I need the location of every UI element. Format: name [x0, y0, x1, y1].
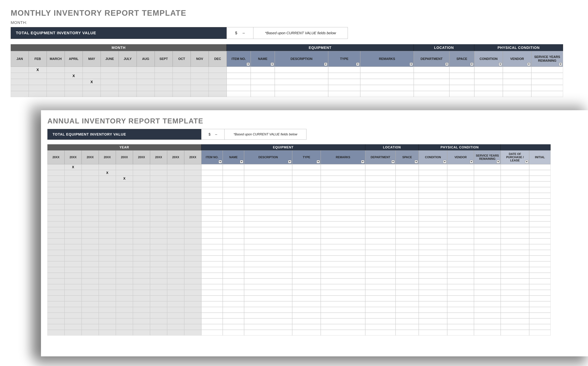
- data-cell[interactable]: [396, 238, 419, 244]
- data-cell[interactable]: [365, 290, 396, 296]
- year-cell[interactable]: [133, 238, 150, 244]
- year-cell[interactable]: [167, 301, 184, 307]
- data-cell[interactable]: [201, 324, 223, 330]
- col-header-vendor[interactable]: VENDOR: [447, 150, 474, 164]
- data-cell[interactable]: [396, 290, 419, 296]
- year-cell[interactable]: [82, 227, 99, 233]
- data-cell[interactable]: [223, 278, 244, 284]
- data-cell[interactable]: [529, 250, 551, 256]
- data-cell[interactable]: [227, 91, 251, 97]
- data-cell[interactable]: [419, 273, 447, 278]
- data-cell[interactable]: [447, 170, 474, 176]
- data-cell[interactable]: [414, 67, 449, 73]
- col-header-item[interactable]: ITEM NO.: [227, 51, 251, 67]
- data-cell[interactable]: [396, 273, 419, 278]
- data-cell[interactable]: [447, 193, 474, 198]
- year-cell[interactable]: [167, 324, 184, 330]
- month-cell[interactable]: [173, 91, 191, 97]
- data-cell[interactable]: [292, 210, 321, 216]
- year-cell[interactable]: [65, 250, 82, 256]
- data-cell[interactable]: [396, 187, 419, 193]
- data-cell[interactable]: [419, 238, 447, 244]
- month-cell[interactable]: X: [83, 79, 101, 85]
- year-cell[interactable]: [65, 278, 82, 284]
- year-cell[interactable]: [167, 227, 184, 233]
- data-cell[interactable]: [365, 233, 396, 238]
- year-cell[interactable]: [150, 318, 167, 324]
- data-cell[interactable]: [474, 227, 501, 233]
- year-cell[interactable]: [47, 170, 65, 176]
- year-cell[interactable]: [116, 273, 133, 278]
- data-cell[interactable]: [321, 164, 365, 170]
- data-cell[interactable]: [365, 216, 396, 221]
- year-cell[interactable]: [167, 221, 184, 227]
- data-cell[interactable]: [447, 216, 474, 221]
- data-cell[interactable]: [501, 261, 529, 267]
- year-cell[interactable]: [99, 227, 116, 233]
- data-cell[interactable]: [474, 193, 501, 198]
- year-cell[interactable]: [116, 170, 133, 176]
- col-header-vendor[interactable]: VENDOR: [503, 51, 531, 67]
- month-cell[interactable]: [119, 67, 137, 73]
- data-cell[interactable]: [531, 73, 563, 79]
- data-cell[interactable]: [365, 181, 396, 187]
- data-cell[interactable]: [531, 67, 563, 73]
- month-cell[interactable]: [173, 73, 191, 79]
- col-header-date[interactable]: DATE OF PURCHASE / LEASE: [501, 150, 529, 164]
- data-cell[interactable]: [251, 73, 275, 79]
- data-cell[interactable]: [223, 187, 244, 193]
- year-cell[interactable]: [184, 187, 201, 193]
- data-cell[interactable]: [244, 221, 292, 227]
- year-cell[interactable]: [47, 278, 65, 284]
- year-cell[interactable]: [167, 216, 184, 221]
- data-cell[interactable]: [474, 330, 501, 336]
- data-cell[interactable]: [292, 221, 321, 227]
- data-cell[interactable]: [244, 267, 292, 273]
- year-cell[interactable]: [184, 278, 201, 284]
- data-cell[interactable]: [292, 318, 321, 324]
- year-cell[interactable]: [99, 187, 116, 193]
- data-cell[interactable]: [201, 301, 223, 307]
- year-cell[interactable]: [167, 273, 184, 278]
- year-cell[interactable]: [150, 187, 167, 193]
- data-cell[interactable]: [474, 284, 501, 290]
- data-cell[interactable]: [223, 193, 244, 198]
- year-cell[interactable]: [133, 330, 150, 336]
- year-cell[interactable]: [167, 170, 184, 176]
- year-cell[interactable]: [82, 221, 99, 227]
- year-cell[interactable]: [82, 187, 99, 193]
- filter-dropdown-icon[interactable]: [240, 160, 243, 163]
- data-cell[interactable]: [419, 301, 447, 307]
- year-cell[interactable]: [133, 250, 150, 256]
- year-cell[interactable]: [82, 273, 99, 278]
- data-cell[interactable]: [292, 267, 321, 273]
- data-cell[interactable]: [396, 210, 419, 216]
- data-cell[interactable]: [449, 67, 474, 73]
- data-cell[interactable]: [292, 238, 321, 244]
- year-cell[interactable]: [167, 164, 184, 170]
- data-cell[interactable]: [201, 187, 223, 193]
- filter-dropdown-icon[interactable]: [288, 160, 291, 163]
- data-cell[interactable]: [244, 216, 292, 221]
- year-cell[interactable]: [133, 318, 150, 324]
- year-cell[interactable]: [133, 170, 150, 176]
- data-cell[interactable]: [292, 261, 321, 267]
- month-cell[interactable]: [173, 67, 191, 73]
- year-cell[interactable]: [184, 313, 201, 318]
- data-cell[interactable]: [360, 91, 414, 97]
- year-cell[interactable]: [167, 290, 184, 296]
- data-cell[interactable]: [244, 193, 292, 198]
- month-cell[interactable]: [65, 67, 83, 73]
- year-cell[interactable]: [116, 221, 133, 227]
- data-cell[interactable]: [292, 307, 321, 313]
- data-cell[interactable]: [529, 204, 551, 210]
- data-cell[interactable]: [396, 176, 419, 181]
- data-cell[interactable]: [328, 91, 360, 97]
- data-cell[interactable]: [292, 227, 321, 233]
- data-cell[interactable]: [223, 256, 244, 261]
- year-cell[interactable]: [133, 216, 150, 221]
- year-cell[interactable]: [116, 261, 133, 267]
- year-cell[interactable]: [167, 250, 184, 256]
- data-cell[interactable]: [321, 198, 365, 204]
- data-cell[interactable]: [201, 256, 223, 261]
